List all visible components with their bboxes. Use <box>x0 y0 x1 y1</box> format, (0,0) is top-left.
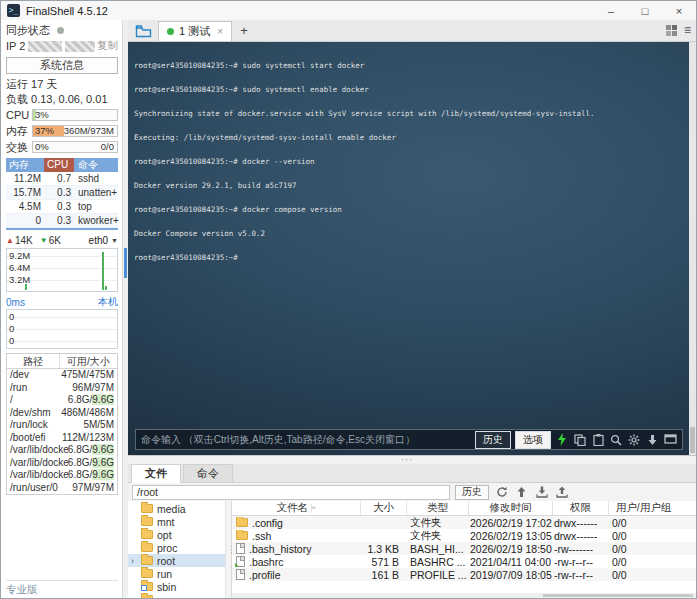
disk-table: 路径 可用/大小 /dev475M/475M /run96M/97M /6.8G… <box>6 353 118 495</box>
file-row[interactable]: .profile 161 B PROFILE ... 2019/07/09 18… <box>232 568 696 581</box>
file-type: 文件夹 <box>406 529 468 543</box>
maximize-button[interactable]: □ <box>628 1 662 20</box>
scroll-down-icon[interactable] <box>645 433 659 447</box>
paste-icon[interactable] <box>591 433 605 447</box>
tree-item-run[interactable]: run <box>128 567 225 580</box>
file-row[interactable]: .config 文件夹 2026/02/19 17:02 drwx------ … <box>232 516 696 529</box>
disk-row[interactable]: /var/lib/docker/r...6.8G/9.6G <box>7 444 117 457</box>
tree-item-label: sbin <box>157 581 176 593</box>
system-info-button[interactable]: 系统信息 <box>6 57 118 74</box>
ping-host[interactable]: 本机 <box>98 295 118 309</box>
file-mtime: 2026/02/19 13:05 <box>468 530 552 542</box>
disk-row[interactable]: /run96M/97M <box>7 382 117 395</box>
tree-item-label: run <box>157 568 172 580</box>
header-mtime[interactable]: 修改时间 <box>468 501 552 515</box>
process-row[interactable]: 15.7M 0.3 unatten+ <box>6 186 118 200</box>
tab-commands[interactable]: 命令 <box>183 464 233 482</box>
open-connections-button[interactable] <box>128 24 158 38</box>
command-history-button[interactable]: 历史 <box>475 431 511 449</box>
terminal-tab[interactable]: 1 测试 × <box>158 21 232 41</box>
gear-icon[interactable] <box>627 433 641 447</box>
disk-row[interactable]: /var/lib/docker/r...6.8G/9.6G <box>7 457 117 470</box>
disk-row[interactable]: /var/lib/docker/r...6.8G/9.6G <box>7 469 117 482</box>
lightning-icon[interactable] <box>555 433 569 447</box>
refresh-icon[interactable] <box>494 485 509 500</box>
upload-icon[interactable] <box>554 485 569 500</box>
net-y-label: 6.4M <box>9 263 30 273</box>
disk-row[interactable]: /run/user/097M/97M <box>7 482 117 495</box>
tab-files[interactable]: 文件 <box>131 464 181 483</box>
layout-grid-icon[interactable] <box>666 25 677 36</box>
download-icon[interactable] <box>534 485 549 500</box>
header-owner[interactable]: 用户/用户组 <box>608 501 678 515</box>
process-row[interactable]: 4.5M 0.3 top <box>6 200 118 214</box>
cpu-meter: 3% <box>32 109 118 121</box>
process-cpu: 0.3 <box>44 186 74 199</box>
tree-list-splitter[interactable]: ⋮ <box>225 501 232 598</box>
tree-item-media[interactable]: media <box>128 502 225 515</box>
process-row[interactable]: 0 0.3 kworker+ <box>6 214 118 228</box>
process-header-command[interactable]: 命令 <box>74 158 118 172</box>
file-list-hscrollbar[interactable] <box>232 593 696 598</box>
new-tab-button[interactable]: + <box>232 23 256 38</box>
folder-icon <box>236 518 248 527</box>
path-history-button[interactable]: 历史 <box>455 485 489 500</box>
tree-item-opt[interactable]: opt <box>128 528 225 541</box>
file-type: BASH_HI... <box>406 543 468 555</box>
disk-row[interactable]: /run/lock5M/5M <box>7 419 117 432</box>
terminal-scrollbar[interactable] <box>689 42 696 455</box>
splitter-collapse-handle[interactable] <box>124 248 127 278</box>
copy-ip-button[interactable]: 复制 <box>97 39 118 53</box>
process-row[interactable]: 11.2M 0.7 sshd <box>6 172 118 186</box>
expander-icon[interactable]: › <box>131 556 134 566</box>
header-filename[interactable]: 文件名 ^ <box>232 501 360 515</box>
parent-directory-icon[interactable] <box>514 485 529 500</box>
mount-path: /var/lib/docker/r... <box>7 444 68 457</box>
folder-icon <box>141 517 153 526</box>
file-row[interactable]: .bash_history 1.3 KB BASH_HI... 2026/02/… <box>232 542 696 555</box>
header-permissions[interactable]: 权限 <box>552 501 608 515</box>
search-icon[interactable] <box>609 433 623 447</box>
mount-size: 6.8G/9.6G <box>68 444 117 457</box>
disk-header-size[interactable]: 可用/大小 <box>59 354 117 368</box>
close-button[interactable]: × <box>662 1 696 20</box>
file-type: BASHRC ... <box>406 556 468 568</box>
header-size[interactable]: 大小 <box>360 501 406 515</box>
interface-selector[interactable]: eth0 ▼ <box>89 235 118 246</box>
process-header-memory[interactable]: 内存 <box>6 158 44 172</box>
terminal-scrollbar-thumb[interactable] <box>690 427 695 453</box>
command-options-button[interactable]: 选项 <box>515 431 551 449</box>
copy-icon[interactable] <box>573 433 587 447</box>
tree-item-mnt[interactable]: mnt <box>128 515 225 528</box>
tree-item-srv[interactable]: srv <box>128 593 225 598</box>
disk-row[interactable]: /boot/efi112M/123M <box>7 432 117 445</box>
file-panel: 文件 命令 /root 历史 <box>128 464 696 598</box>
tree-item-proc[interactable]: proc <box>128 541 225 554</box>
disk-row[interactable]: /dev/shm486M/486M <box>7 407 117 420</box>
header-type[interactable]: 类型 <box>406 501 468 515</box>
disk-header-path[interactable]: 路径 <box>7 354 59 368</box>
file-row[interactable]: .bashrc 571 B BASHRC ... 2021/04/11 04:0… <box>232 555 696 568</box>
file-permissions: drwx------ <box>552 530 608 542</box>
file-row[interactable]: .ssh 文件夹 2026/02/19 13:05 drwx------ 0/0 <box>232 529 696 542</box>
tree-item-root[interactable]: ›root <box>128 554 225 567</box>
terminal-output: root@ser435010084235:~# sudo systemctl s… <box>134 46 684 278</box>
fullscreen-icon[interactable] <box>663 433 677 447</box>
path-input[interactable]: /root <box>132 485 450 500</box>
file-size: 571 B <box>360 556 406 568</box>
terminal-files-splitter[interactable]: ··· <box>128 455 696 464</box>
disk-row[interactable]: /dev475M/475M <box>7 369 117 382</box>
tree-item-label: proc <box>157 542 177 554</box>
process-header-cpu[interactable]: CPU <box>44 158 74 172</box>
minimize-button[interactable]: – <box>594 1 628 20</box>
menu-icon[interactable]: ≡ <box>684 25 691 36</box>
script-file-icon <box>236 556 245 567</box>
tree-item-sbin[interactable]: sbin <box>128 580 225 593</box>
terminal-view[interactable]: root@ser435010084235:~# sudo systemctl s… <box>128 42 696 455</box>
window-controls: – □ × <box>594 1 696 20</box>
tab-close-icon[interactable]: × <box>217 26 223 37</box>
sync-status-dot <box>57 27 64 34</box>
command-input[interactable]: 命令输入 （双击Ctrl切换,Alt历史,Tab路径/命令,Esc关闭窗口） <box>141 433 471 447</box>
hscrollbar-thumb[interactable] <box>543 594 693 597</box>
disk-row[interactable]: /6.8G/9.6G <box>7 394 117 407</box>
